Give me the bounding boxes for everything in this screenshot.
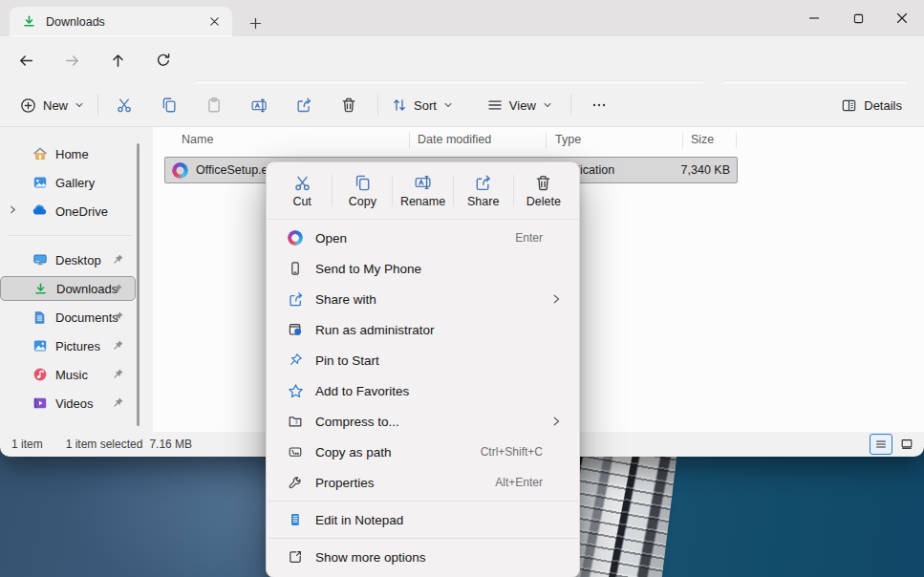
- selection-size: 7.16 MB: [149, 438, 192, 451]
- menu-item-add-to-favorites[interactable]: Add to Favorites: [270, 375, 575, 406]
- column-size[interactable]: Size: [691, 133, 714, 146]
- sidebar-item-home[interactable]: Home: [0, 141, 136, 166]
- context-cut-button[interactable]: Cut: [272, 167, 332, 214]
- context-rename-button[interactable]: Rename: [393, 167, 452, 214]
- column-divider[interactable]: [546, 133, 547, 148]
- column-divider[interactable]: [682, 133, 683, 148]
- sidebar-item-videos[interactable]: Videos: [0, 391, 136, 416]
- office-app-icon: [172, 162, 188, 179]
- pin-icon: [112, 339, 124, 352]
- tab-close-icon[interactable]: [205, 13, 223, 31]
- share-icon: [295, 96, 312, 114]
- forward-button[interactable]: [55, 44, 88, 76]
- path-icon: [287, 443, 304, 460]
- hamburger-icon: [487, 97, 503, 113]
- sidebar-item-documents[interactable]: Documents: [0, 305, 136, 330]
- menu-item-edit-in-notepad[interactable]: Edit in Notepad: [270, 504, 575, 535]
- quick-action-label: Delete: [526, 195, 561, 208]
- column-type[interactable]: Type: [555, 133, 581, 146]
- thumbnail-view-toggle[interactable]: [895, 434, 918, 455]
- column-divider[interactable]: [736, 133, 737, 148]
- menu-item-label: Send to My Phone: [315, 262, 562, 276]
- column-headers: Name Date modified Type Size: [153, 127, 924, 154]
- chevron-down-icon: [75, 100, 84, 110]
- maximize-button[interactable]: [836, 0, 880, 36]
- shortcut-hint: Enter: [515, 231, 543, 245]
- zip-folder-icon: [287, 413, 304, 430]
- column-divider[interactable]: [409, 133, 410, 148]
- copy-icon: [354, 174, 372, 192]
- menu-item-share-with[interactable]: Share with: [270, 284, 575, 314]
- back-button[interactable]: [10, 44, 42, 76]
- up-button[interactable]: [101, 44, 134, 76]
- quick-actions-row: Cut Copy Rename Share Delete: [267, 165, 579, 216]
- tab-bar: Downloads: [0, 0, 924, 36]
- toolbar-separator: [570, 95, 571, 116]
- screen: Downloads: [0, 0, 924, 577]
- sidebar-scrollbar[interactable]: [137, 143, 140, 426]
- close-button[interactable]: [880, 0, 924, 36]
- delete-button[interactable]: [332, 89, 366, 121]
- menu-item-pin-to-start[interactable]: Pin to Start: [270, 345, 575, 375]
- menu-item-label: Properties: [315, 476, 495, 490]
- sidebar-item-gallery[interactable]: Gallery: [0, 170, 136, 195]
- tab-downloads[interactable]: Downloads: [10, 7, 232, 36]
- sidebar-item-onedrive[interactable]: OneDrive: [0, 199, 136, 224]
- see-more-button[interactable]: [582, 89, 616, 121]
- sidebar-item-downloads[interactable]: Downloads: [0, 276, 136, 301]
- new-button-label: New: [43, 98, 68, 113]
- rename-icon: [250, 96, 269, 115]
- item-count: 1 item: [11, 438, 43, 451]
- menu-item-compress-to[interactable]: Compress to...: [270, 406, 575, 437]
- menu-item-properties[interactable]: Properties Alt+Enter: [270, 467, 575, 498]
- share-button[interactable]: [287, 89, 321, 121]
- rename-button[interactable]: [242, 89, 276, 121]
- sidebar-item-desktop[interactable]: Desktop: [0, 247, 136, 272]
- cut-button[interactable]: [107, 89, 141, 121]
- menu-item-open[interactable]: Open Enter: [270, 223, 575, 253]
- home-icon: [32, 146, 48, 162]
- show-more-options-icon: [287, 548, 304, 566]
- menu-item-run-as-administrator[interactable]: Run as administrator: [270, 314, 575, 345]
- details-pane-button[interactable]: Details: [832, 89, 911, 121]
- context-share-button[interactable]: Share: [454, 167, 513, 214]
- gallery-icon: [32, 175, 48, 191]
- menu-item-label: Share with: [315, 292, 550, 307]
- details-view-toggle[interactable]: [870, 434, 892, 455]
- context-delete-button[interactable]: Delete: [514, 167, 573, 214]
- shortcut-hint: Ctrl+Shift+C: [481, 445, 543, 459]
- sort-button[interactable]: Sort: [383, 89, 462, 121]
- copy-button[interactable]: [152, 89, 186, 121]
- sidebar-item-music[interactable]: Music: [0, 362, 136, 387]
- plus-circle-icon: [20, 97, 36, 114]
- selection-summary: 1 item selected: [66, 438, 143, 451]
- toolbar-separator: [377, 95, 378, 116]
- new-tab-button[interactable]: [245, 12, 266, 33]
- scissors-icon: [293, 174, 312, 192]
- share-icon: [287, 290, 304, 308]
- minimize-button[interactable]: [792, 0, 836, 36]
- menu-item-send-to-my-phone[interactable]: Send to My Phone: [270, 253, 575, 284]
- sidebar-item-pictures[interactable]: Pictures: [0, 333, 136, 358]
- column-name[interactable]: Name: [182, 133, 213, 146]
- share-icon: [474, 174, 492, 192]
- new-button[interactable]: New: [11, 89, 93, 121]
- window-controls: [792, 0, 924, 36]
- view-button[interactable]: View: [479, 89, 561, 121]
- sidebar-separator: [8, 235, 132, 236]
- context-copy-button[interactable]: Copy: [333, 167, 392, 214]
- expand-chevron-icon[interactable]: [8, 204, 18, 215]
- menu-item-copy-as-path[interactable]: Copy as path Ctrl+Shift+C: [270, 437, 575, 467]
- sidebar-item-label: Documents: [55, 310, 118, 325]
- column-date-modified[interactable]: Date modified: [418, 133, 491, 146]
- sidebar-item-label: Gallery: [55, 176, 95, 190]
- paste-button[interactable]: [197, 89, 231, 121]
- refresh-button[interactable]: [147, 44, 180, 76]
- rename-icon: [414, 173, 433, 192]
- download-icon: [22, 14, 36, 29]
- sidebar-item-label: Home: [55, 147, 89, 161]
- navigation-sidebar: Home Gallery OneDrive: [0, 127, 143, 432]
- menu-item-show-more-options[interactable]: Show more options: [270, 542, 575, 572]
- menu-item-label: Copy as path: [315, 445, 481, 459]
- pin-icon: [112, 396, 124, 409]
